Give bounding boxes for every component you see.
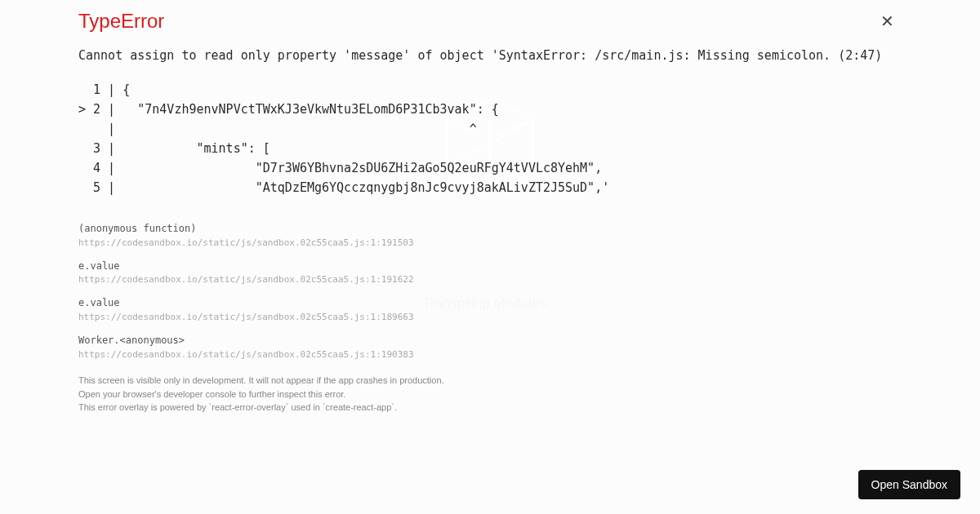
stack-call: e.value — [78, 259, 902, 273]
stack-call: Worker.<anonymous> — [78, 334, 902, 348]
stack-trace: (anonymous function) https://codesandbox… — [78, 222, 902, 361]
stack-frame: Worker.<anonymous> https://codesandbox.i… — [78, 334, 902, 361]
error-message: Cannot assign to read only property 'mes… — [78, 46, 902, 65]
stack-call: (anonymous function) — [78, 222, 902, 236]
stack-source-link[interactable]: https://codesandbox.io/static/js/sandbox… — [78, 349, 414, 360]
open-sandbox-button[interactable]: Open Sandbox — [858, 470, 960, 499]
stack-frame: e.value https://codesandbox.io/static/js… — [78, 296, 902, 324]
footer-line: This error overlay is powered by `react-… — [78, 401, 902, 414]
footer-line: Open your browser's developer console to… — [78, 388, 902, 401]
stack-frame: e.value https://codesandbox.io/static/js… — [78, 259, 902, 287]
code-snippet: 1 | { > 2 | "7n4Vzh9envNPVctTWxKJ3eVkwNt… — [78, 80, 902, 197]
stack-call: e.value — [78, 296, 902, 310]
footer-line: This screen is visible only in developme… — [78, 374, 902, 388]
stack-source-link[interactable]: https://codesandbox.io/static/js/sandbox… — [78, 312, 414, 322]
footer-note: This screen is visible only in developme… — [78, 374, 902, 414]
close-icon[interactable]: ✕ — [879, 13, 895, 29]
stack-frame: (anonymous function) https://codesandbox… — [78, 222, 902, 250]
error-overlay: ✕ TypeError Cannot assign to read only p… — [0, 0, 980, 514]
stack-source-link[interactable]: https://codesandbox.io/static/js/sandbox… — [78, 237, 414, 248]
error-title: TypeError — [78, 10, 902, 33]
stack-source-link[interactable]: https://codesandbox.io/static/js/sandbox… — [78, 274, 414, 285]
